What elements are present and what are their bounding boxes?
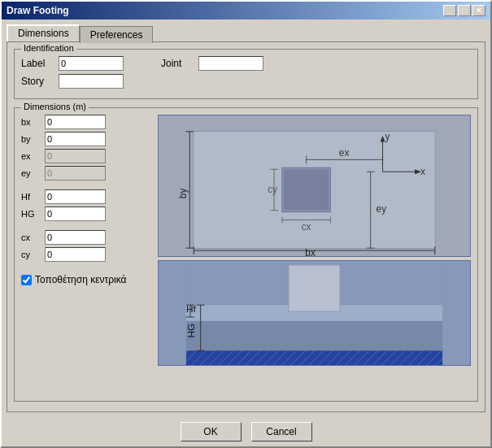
dims-diagram: bx by y: [158, 115, 471, 394]
center-checkbox[interactable]: [21, 275, 32, 285]
label-row: Label Joint: [21, 56, 471, 71]
minimize-button[interactable]: _: [443, 5, 456, 16]
svg-text:x: x: [420, 166, 425, 177]
svg-text:ey: ey: [377, 203, 387, 215]
center-checkbox-label: Τοποθέτηση κεντρικά: [35, 274, 127, 285]
svg-text:by: by: [177, 189, 189, 199]
bottom-diagram-svg: HG Hf: [159, 261, 470, 365]
bottom-diagram: HG Hf: [158, 260, 471, 366]
hg-input[interactable]: [45, 207, 106, 221]
ex-label: ex: [21, 151, 41, 161]
story-input[interactable]: [59, 74, 124, 89]
top-diagram: bx by y: [158, 115, 471, 257]
hf-row: Hf: [21, 189, 151, 204]
tab-preferences[interactable]: Preferences: [80, 26, 154, 43]
story-row: Story: [21, 74, 471, 89]
identification-group: Identification Label Joint Story: [14, 49, 478, 99]
ey-label: ey: [21, 168, 41, 178]
svg-text:HG: HG: [185, 324, 197, 338]
cx-row: cx: [21, 230, 151, 245]
hf-input[interactable]: [45, 189, 106, 204]
joint-field-label: Joint: [161, 58, 194, 69]
window-title: Draw Footing: [7, 5, 69, 16]
tab-bar: Dimensions Preferences: [7, 24, 485, 41]
svg-rect-3: [284, 169, 329, 210]
title-bar-buttons: _ □ ✕: [443, 5, 485, 16]
cy-row: cy: [21, 247, 151, 262]
hg-row: HG: [21, 207, 151, 221]
by-input[interactable]: [45, 132, 106, 146]
ey-row: ey: [21, 166, 151, 181]
ex-input[interactable]: [45, 149, 106, 163]
title-bar: Draw Footing _ □ ✕: [2, 2, 490, 20]
cancel-button[interactable]: Cancel: [251, 422, 312, 441]
svg-rect-39: [289, 265, 340, 311]
dimensions-group-label: Dimensions (m): [21, 102, 89, 111]
svg-text:bx: bx: [305, 247, 316, 256]
label-input[interactable]: [59, 56, 124, 71]
by-row: by: [21, 132, 151, 146]
svg-text:Hf: Hf: [186, 303, 197, 315]
close-button[interactable]: ✕: [472, 5, 485, 16]
label-field-label: Label: [21, 58, 54, 69]
joint-input[interactable]: [198, 56, 263, 71]
identification-label: Identification: [21, 43, 76, 53]
hf-label: Hf: [21, 192, 41, 202]
ey-input[interactable]: [45, 166, 106, 181]
story-field-label: Story: [21, 76, 54, 87]
dims-inputs: bx by ex ey: [21, 115, 151, 394]
tab-dimensions[interactable]: Dimensions: [7, 24, 80, 41]
dimensions-group: Dimensions (m) bx by ex: [14, 107, 478, 402]
cy-label: cy: [21, 250, 41, 259]
draw-footing-window: Draw Footing _ □ ✕ Dimensions Preference…: [0, 0, 492, 448]
bx-input[interactable]: [45, 115, 106, 129]
ok-button[interactable]: OK: [181, 422, 242, 441]
window-content: Dimensions Preferences Identification La…: [2, 20, 490, 417]
top-diagram-svg: bx by y: [159, 115, 470, 256]
maximize-button[interactable]: □: [458, 5, 471, 16]
svg-rect-38: [186, 350, 442, 365]
cy-input[interactable]: [45, 247, 106, 262]
svg-text:y: y: [385, 131, 390, 142]
ex-row: ex: [21, 149, 151, 163]
center-checkbox-row: Τοποθέτηση κεντρικά: [21, 274, 151, 285]
svg-text:ex: ex: [339, 147, 350, 159]
dims-section: bx by ex ey: [21, 115, 471, 394]
bx-row: bx: [21, 115, 151, 129]
footer: OK Cancel: [2, 417, 490, 446]
svg-text:cx: cx: [302, 221, 311, 233]
by-label: by: [21, 134, 41, 144]
hg-label: HG: [21, 209, 41, 219]
tab-content: Identification Label Joint Story Dimensi…: [7, 41, 485, 412]
svg-text:cy: cy: [268, 184, 277, 195]
cx-input[interactable]: [45, 230, 106, 245]
bx-label: bx: [21, 117, 41, 127]
cx-label: cx: [21, 233, 41, 242]
